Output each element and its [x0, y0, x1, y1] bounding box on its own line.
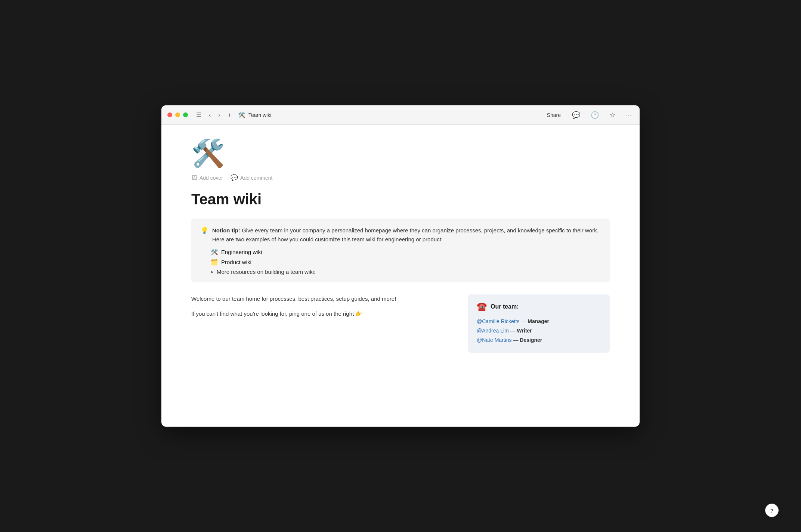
- tip-header: 💡 Notion tip: Give every team in your co…: [200, 226, 601, 244]
- tools-icon: 🛠️: [211, 248, 218, 256]
- title-bar-center: 🛠️ Team wiki: [238, 111, 544, 118]
- comment-button[interactable]: 💬: [570, 109, 582, 121]
- add-comment-button[interactable]: 💬 Add comment: [231, 173, 272, 183]
- tip-body: Give every team in your company a person…: [212, 227, 599, 242]
- welcome-text-1: Welcome to our team home for processes, …: [191, 294, 456, 303]
- forward-button[interactable]: ›: [216, 110, 222, 120]
- title-bar-right: Share 💬 🕐 ☆ ···: [544, 109, 634, 121]
- bottom-content: Welcome to our team home for processes, …: [191, 294, 610, 353]
- page-icon-large: 🛠️: [191, 140, 610, 167]
- history-icon: 🕐: [591, 111, 599, 119]
- app-window: ☰ ‹ › + 🛠️ Team wiki Share 💬 🕐: [161, 105, 640, 427]
- member-link-2[interactable]: @Andrea Lim: [477, 328, 509, 334]
- more-button[interactable]: ···: [624, 109, 634, 120]
- product-icon: 🗂️: [211, 259, 218, 266]
- team-header: ☎️ Our team:: [477, 302, 601, 312]
- welcome-text-2: If you can't find what you're looking fo…: [191, 309, 456, 318]
- welcome-section: Welcome to our team home for processes, …: [191, 294, 456, 353]
- tip-prefix: Notion tip:: [212, 227, 240, 233]
- phone-icon: ☎️: [477, 302, 487, 312]
- more-icon: ···: [626, 111, 631, 119]
- member-role-1: Manager: [528, 318, 549, 324]
- title-bar: ☰ ‹ › + 🛠️ Team wiki Share 💬 🕐: [161, 105, 640, 125]
- toggle-resources[interactable]: ▶ More resources on building a team wiki…: [211, 269, 601, 275]
- team-member-2: @Andrea Lim — Writer: [477, 326, 601, 335]
- share-button[interactable]: Share: [544, 111, 564, 120]
- maximize-button[interactable]: [183, 112, 188, 117]
- add-cover-button[interactable]: 🖼 Add cover: [191, 173, 223, 183]
- back-icon: ‹: [209, 112, 211, 118]
- new-tab-button[interactable]: +: [226, 110, 234, 120]
- comment-icon: 💬: [572, 111, 580, 119]
- content-area: 🛠️ 🖼 Add cover 💬 Add comment Team wiki 💡…: [161, 125, 640, 427]
- product-wiki-link[interactable]: 🗂️ Product wiki: [211, 259, 601, 266]
- member-role-3: Designer: [520, 337, 542, 343]
- forward-icon: ›: [218, 112, 220, 118]
- bulb-icon: 💡: [200, 226, 208, 235]
- product-wiki-label: Product wiki: [221, 259, 251, 265]
- help-button[interactable]: ?: [765, 504, 779, 517]
- engineering-wiki-link[interactable]: 🛠️ Engineering wiki: [211, 248, 601, 256]
- close-button[interactable]: [167, 112, 172, 117]
- team-section: ☎️ Our team: @Camille Ricketts — Manager…: [468, 294, 610, 353]
- tip-links: 🛠️ Engineering wiki 🗂️ Product wiki ▶ Mo…: [211, 248, 601, 275]
- back-button[interactable]: ‹: [207, 110, 213, 120]
- toggle-label: More resources on building a team wiki:: [217, 269, 315, 275]
- team-member-3: @Nate Martins — Designer: [477, 335, 601, 345]
- plus-icon: +: [228, 112, 231, 118]
- star-button[interactable]: ☆: [607, 109, 618, 121]
- history-button[interactable]: 🕐: [588, 109, 601, 121]
- comment-small-icon: 💬: [231, 174, 238, 181]
- toggle-arrow-icon: ▶: [211, 270, 214, 274]
- add-comment-label: Add comment: [240, 175, 272, 181]
- nav-controls: ☰ ‹ › +: [194, 110, 234, 120]
- page-title-label: Team wiki: [248, 112, 271, 118]
- menu-button[interactable]: ☰: [194, 110, 204, 120]
- team-header-text: Our team:: [491, 303, 519, 310]
- page-title: Team wiki: [191, 190, 610, 208]
- tip-box: 💡 Notion tip: Give every team in your co…: [191, 219, 610, 282]
- menu-icon: ☰: [196, 111, 201, 118]
- traffic-lights: [167, 112, 188, 117]
- page-icon-small: 🛠️: [238, 111, 245, 118]
- star-icon: ☆: [609, 111, 615, 119]
- page-actions: 🖼 Add cover 💬 Add comment: [191, 173, 610, 183]
- member-link-1[interactable]: @Camille Ricketts: [477, 318, 520, 324]
- cover-icon: 🖼: [191, 174, 197, 181]
- minimize-button[interactable]: [175, 112, 180, 117]
- engineering-wiki-label: Engineering wiki: [221, 249, 262, 255]
- tip-text: Notion tip: Give every team in your comp…: [212, 226, 601, 244]
- add-cover-label: Add cover: [200, 175, 223, 181]
- member-link-3[interactable]: @Nate Martins: [477, 337, 512, 343]
- member-role-2: Writer: [517, 328, 532, 334]
- team-member-1: @Camille Ricketts — Manager: [477, 317, 601, 326]
